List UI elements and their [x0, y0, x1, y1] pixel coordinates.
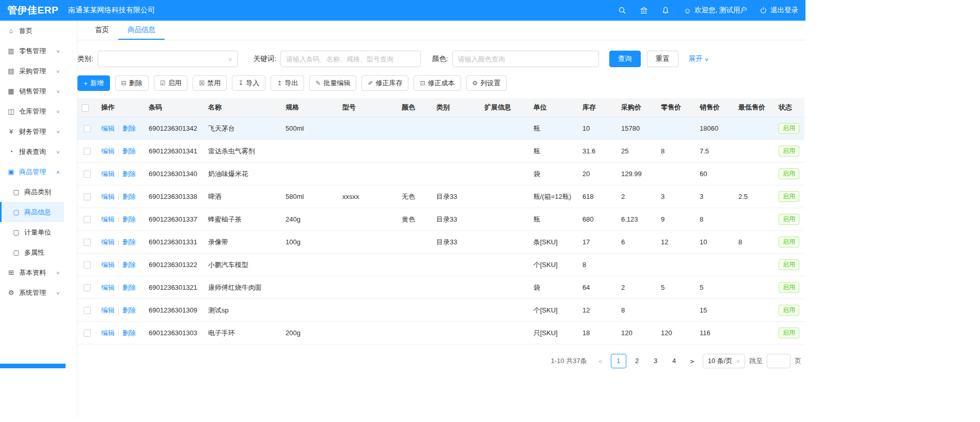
- cell-category: [432, 322, 480, 345]
- search-button[interactable]: 查询: [609, 51, 641, 67]
- edit-link[interactable]: 编辑: [101, 147, 115, 155]
- logout-text: 退出登录: [770, 6, 798, 15]
- page-button[interactable]: 3: [648, 354, 663, 368]
- sidebar-item-warehouse[interactable]: ◫ 仓库管理 ∨: [0, 101, 64, 121]
- page-button[interactable]: 1: [611, 354, 626, 368]
- sidebar-item-report[interactable]: ◔ 报表查询 ∨: [0, 142, 64, 162]
- row-checkbox[interactable]: [84, 239, 91, 246]
- delete-button[interactable]: ⊟ 删除: [115, 75, 149, 91]
- cell-stock: 18: [578, 322, 617, 345]
- edit-link[interactable]: 编辑: [101, 170, 115, 178]
- jump-page-input[interactable]: [767, 354, 791, 368]
- row-checkbox[interactable]: [84, 284, 91, 291]
- cell-ext-info: [480, 276, 529, 299]
- delete-link[interactable]: 删除: [122, 261, 136, 269]
- delete-link[interactable]: 删除: [122, 193, 136, 200]
- column-header: 操作: [97, 98, 145, 117]
- tab-goods-info[interactable]: 商品信息: [118, 21, 165, 40]
- prev-page-button[interactable]: <: [594, 357, 607, 365]
- sidebar-item-system[interactable]: ⚙ 系统管理 ∨: [0, 283, 64, 303]
- row-actions: 编辑删除: [97, 322, 145, 345]
- cell-min-price: [734, 254, 774, 276]
- row-checkbox[interactable]: [84, 330, 91, 337]
- disable-button[interactable]: ☒ 禁用: [193, 75, 227, 91]
- sidebar-item-finance[interactable]: ¥ 财务管理 ∨: [0, 121, 64, 142]
- platform-icon[interactable]: [639, 6, 649, 15]
- row-checkbox[interactable]: [84, 148, 91, 155]
- delete-link[interactable]: 删除: [122, 124, 136, 132]
- column-header: 类别: [432, 98, 480, 117]
- expand-link[interactable]: 展开 ∨: [689, 54, 708, 64]
- sidebar-item-goods-info[interactable]: ▢ 商品信息: [0, 202, 64, 222]
- page-size-value: 10 条/页: [708, 356, 733, 366]
- welcome-user[interactable]: ☺ 欢迎您, 测试用户: [684, 6, 747, 15]
- edit-link[interactable]: 编辑: [101, 261, 115, 269]
- keyword-label: 关键词:: [254, 54, 276, 64]
- tab-home[interactable]: 首页: [86, 21, 118, 40]
- next-page-button[interactable]: >: [686, 357, 699, 365]
- page-button[interactable]: 4: [667, 354, 682, 368]
- enable-button[interactable]: ☑ 启用: [154, 75, 188, 91]
- category-select[interactable]: ∨: [98, 51, 238, 67]
- sidebar-item-measure-unit[interactable]: ▢ 计量单位: [0, 222, 64, 242]
- edit-link[interactable]: 编辑: [101, 215, 115, 223]
- cell-color: [398, 322, 432, 345]
- keyword-input[interactable]: [280, 51, 421, 67]
- row-checkbox[interactable]: [84, 216, 91, 223]
- export-button[interactable]: ↥ 导出: [271, 75, 304, 91]
- row-actions: 编辑删除: [97, 185, 145, 208]
- cell-color: [398, 231, 432, 254]
- delete-link[interactable]: 删除: [122, 238, 136, 246]
- status-badge: 启用: [779, 327, 799, 338]
- sidebar-item-purchase[interactable]: ▤ 采购管理 ∨: [0, 61, 64, 81]
- cell-status: 启用: [774, 276, 804, 299]
- page-size-select[interactable]: 10 条/页 ∨: [703, 354, 745, 368]
- delete-link[interactable]: 删除: [122, 147, 136, 155]
- delete-link[interactable]: 删除: [122, 170, 136, 178]
- logout-button[interactable]: 退出登录: [760, 6, 798, 15]
- delete-link[interactable]: 删除: [122, 329, 136, 337]
- delete-link[interactable]: 删除: [122, 284, 136, 291]
- page-list: 1 2 3 4: [611, 354, 682, 368]
- app-logo[interactable]: 管伊佳ERP: [7, 4, 68, 17]
- column-settings-button[interactable]: ⚙ 列设置: [466, 75, 507, 91]
- row-checkbox[interactable]: [84, 261, 91, 269]
- batch-edit-button[interactable]: ✎ 批量编辑: [309, 75, 356, 91]
- sidebar-item-basic-data[interactable]: ⊞ 基本资料 ∨: [0, 262, 64, 283]
- sidebar-item-sales[interactable]: ▦ 销售管理 ∨: [0, 81, 64, 101]
- reset-button[interactable]: 重置: [647, 51, 678, 67]
- column-header: 最低售价: [734, 98, 774, 117]
- color-input[interactable]: [452, 51, 599, 67]
- sidebar-item-goods-category[interactable]: ▢ 商品类别: [0, 182, 64, 202]
- fix-cost-button[interactable]: ⊡ 修正成本: [414, 75, 461, 91]
- fix-stock-button[interactable]: ✐ 修正库存: [361, 75, 408, 91]
- divider: [118, 171, 119, 177]
- cell-sale-price: 15: [696, 299, 734, 322]
- add-button[interactable]: + 新增: [77, 75, 110, 91]
- sidebar-item-retail[interactable]: ▥ 零售管理 ∨: [0, 41, 64, 61]
- edit-link[interactable]: 编辑: [101, 238, 115, 246]
- sidebar-item-home[interactable]: ⌂ 首页: [0, 21, 64, 41]
- row-checkbox[interactable]: [84, 170, 91, 178]
- sidebar-collapse-bar[interactable]: [0, 364, 66, 368]
- edit-link[interactable]: 编辑: [101, 193, 115, 200]
- edit-link[interactable]: 编辑: [101, 284, 115, 291]
- delete-link[interactable]: 删除: [122, 215, 136, 223]
- row-checkbox[interactable]: [84, 307, 91, 314]
- import-button[interactable]: ↧ 导入: [232, 75, 265, 91]
- logout-icon: [760, 7, 767, 14]
- menu-item-label: 财务管理: [19, 127, 46, 136]
- sidebar-item-goods[interactable]: ▣ 商品管理 ∧: [0, 162, 64, 182]
- search-icon[interactable]: [618, 6, 627, 15]
- row-checkbox[interactable]: [84, 193, 91, 200]
- edit-link[interactable]: 编辑: [101, 124, 115, 132]
- delete-link[interactable]: 删除: [122, 306, 136, 314]
- page-button[interactable]: 2: [629, 354, 645, 368]
- bell-icon[interactable]: [661, 6, 670, 15]
- select-all-checkbox[interactable]: [82, 104, 89, 112]
- edit-link[interactable]: 编辑: [101, 306, 115, 314]
- doc-icon: ▢: [12, 208, 21, 216]
- row-checkbox[interactable]: [84, 125, 91, 132]
- edit-link[interactable]: 编辑: [101, 329, 115, 337]
- sidebar-item-multi-attribute[interactable]: ▢ 多属性: [0, 242, 64, 262]
